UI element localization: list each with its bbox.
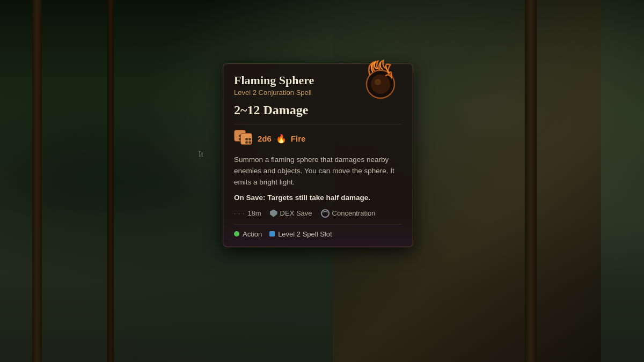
range-stat: 18m [234, 209, 261, 217]
tree-decoration [32, 0, 42, 362]
spell-slot-label: Level 2 Spell Slot [278, 230, 332, 238]
action-cost: Action [234, 230, 262, 238]
tree-decoration [107, 0, 114, 362]
on-save-text: On Save: Targets still take half damage. [234, 194, 402, 202]
die2 [240, 133, 252, 145]
action-label: Action [243, 230, 262, 238]
cost-row: Action Level 2 Spell Slot [234, 230, 402, 238]
svg-point-2 [371, 75, 390, 94]
fire-icon: 🔥 [276, 134, 287, 144]
divider [234, 124, 402, 124]
damage-row: 2d6 🔥 Fire [234, 130, 402, 147]
save-stat: DEX Save [270, 209, 312, 217]
tree-decoration [525, 0, 537, 362]
svg-point-3 [375, 79, 381, 85]
dice-icon [234, 130, 253, 147]
side-text: It [199, 150, 203, 159]
spell-description: Summon a flaming sphere that damages nea… [234, 154, 402, 188]
concentration-stat: Concentration [321, 209, 376, 218]
save-type: DEX Save [280, 209, 312, 217]
concentration-icon [321, 209, 330, 218]
range-value: 18m [247, 209, 261, 217]
spell-tooltip: Flaming Sphere Level 2 Conjuration Spell… [223, 63, 413, 247]
damage-dice: 2d6 [258, 134, 272, 143]
stats-row: 18m DEX Save Concentration [234, 209, 402, 218]
shield-icon [270, 210, 277, 217]
spell-slot-dot [269, 231, 275, 237]
concentration-label: Concentration [332, 209, 376, 217]
action-dot [234, 231, 239, 237]
spell-slot-cost: Level 2 Spell Slot [269, 230, 332, 238]
damage-type: Fire [291, 134, 306, 143]
range-icon [234, 209, 245, 217]
bottom-divider [234, 224, 402, 225]
spell-icon [359, 58, 407, 107]
